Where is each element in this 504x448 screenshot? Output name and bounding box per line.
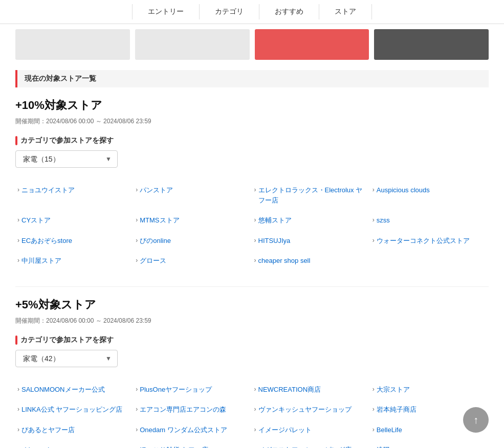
store-link[interactable]: ECあおぞらstore (21, 236, 72, 246)
store-link[interactable]: エレクトロラックス・Electrolux ヤフー店 (258, 185, 368, 205)
store-link[interactable]: イメージパレット (258, 425, 312, 435)
chevron-right-icon: › (136, 406, 138, 413)
list-item: › ほっこり雑貨 ヤフー店 (134, 440, 252, 448)
store-link[interactable]: 大宗ストア (377, 385, 410, 395)
nav-entry[interactable]: エントリー (132, 4, 200, 19)
ten-percent-title: +10%対象ストア (15, 98, 489, 113)
store-link[interactable]: エアコン専門店エアコンの森 (140, 405, 226, 415)
section-divider (15, 286, 489, 287)
five-percent-store-grid: › SALONMOONメーカー公式 › PlusOneヤフーショップ › NEW… (15, 379, 489, 449)
store-link[interactable]: グロース (140, 256, 166, 266)
chevron-right-icon: › (17, 426, 19, 433)
list-item: › ウォーターコネクト公式ストア (370, 231, 489, 251)
scroll-top-icon: ↑ (473, 414, 478, 426)
list-item: › PlusOneヤフーショップ (134, 379, 252, 400)
store-link[interactable]: 中川屋ストア (21, 256, 61, 266)
chevron-right-icon: › (254, 216, 256, 223)
store-link[interactable]: BelleLife (377, 425, 402, 435)
chevron-right-icon: › (372, 386, 375, 393)
chevron-right-icon: › (136, 446, 138, 448)
store-link[interactable]: PlusOneヤフーショップ (140, 385, 212, 395)
banner-4 (374, 29, 489, 60)
store-link[interactable]: 岩本純子商店 (377, 405, 417, 415)
chevron-right-icon: › (254, 386, 256, 393)
section-heading: 現在の対象ストア一覧 (15, 70, 489, 87)
chevron-right-icon: › (254, 446, 256, 448)
list-item-empty (370, 251, 489, 271)
ten-percent-store-grid: › ニョユウイストア › パンストア › エレクトロラックス・Electrolu… (15, 180, 489, 271)
store-link[interactable]: szss (377, 215, 390, 226)
chevron-right-icon: › (17, 406, 19, 413)
list-item: › 遠陽 (370, 440, 489, 448)
store-link[interactable]: Onedam ワンダム公式ストア (140, 425, 227, 435)
five-percent-category-label: カテゴリで参加ストアを探す (15, 335, 489, 345)
five-percent-dropdown[interactable]: 家電（42） (15, 350, 118, 367)
list-item: › HITSUJIya (252, 231, 370, 251)
chevron-right-icon: › (17, 186, 19, 193)
chevron-right-icon: › (17, 237, 19, 244)
store-link[interactable]: ぴあるとヤフー店 (21, 425, 75, 435)
list-item: › Auspicious clouds (370, 180, 489, 210)
chevron-right-icon: › (17, 216, 19, 223)
chevron-right-icon: › (17, 446, 19, 448)
chevron-right-icon: › (372, 406, 375, 413)
chevron-right-icon: › (254, 257, 256, 264)
list-item: › CYストア (15, 210, 134, 231)
chevron-right-icon: › (136, 426, 138, 433)
list-item: › Onedam ワンダム公式ストア (134, 420, 252, 440)
store-link[interactable]: SALONMOONメーカー公式 (21, 385, 105, 395)
chevron-right-icon: › (372, 237, 375, 244)
store-link[interactable]: MTMSストア (140, 215, 179, 226)
five-percent-dropdown-wrapper: 家電（42） ▼ (15, 350, 118, 367)
store-link[interactable]: NEWCREATION商店 (258, 385, 321, 395)
banner-1 (15, 29, 130, 60)
store-link[interactable]: びのonline (140, 236, 171, 246)
ten-percent-category-label: カテゴリで参加ストアを探す (15, 136, 489, 145)
chevron-right-icon: › (372, 446, 375, 448)
chevron-right-icon: › (136, 237, 138, 244)
list-item: › びのonline (134, 231, 252, 251)
store-link[interactable]: HITSUJIya (258, 236, 291, 246)
list-item: › エレクトロラックス・Electrolux ヤフー店 (252, 180, 370, 210)
store-link[interactable]: ウォーターコネクト公式ストア (377, 236, 470, 246)
store-link[interactable]: cheaper shop sell (258, 256, 311, 266)
chevron-right-icon: › (254, 237, 256, 244)
store-link[interactable]: ヴァンキッシュヤフーショップ (258, 405, 352, 415)
store-link[interactable]: パンストア (140, 185, 173, 195)
store-link[interactable]: 遠陽 (377, 445, 390, 448)
chevron-right-icon: › (254, 406, 256, 413)
store-link[interactable]: shinsoushop (21, 445, 59, 448)
ten-percent-dropdown[interactable]: 家電（15） (15, 150, 118, 168)
store-link[interactable]: ニョユウイストア (21, 185, 75, 195)
store-link[interactable]: 悠輔ストア (258, 215, 292, 226)
chevron-right-icon: › (136, 386, 138, 393)
chevron-right-icon: › (254, 426, 256, 433)
banner-row (0, 24, 504, 65)
list-item: › ヴァンキッシュヤフーショップ (252, 399, 370, 420)
ten-percent-section: +10%対象ストア 開催期間：2024/08/06 00:00 ～ 2024/0… (15, 98, 489, 271)
store-link[interactable]: CYストア (21, 215, 51, 226)
nav-store[interactable]: ストア (319, 4, 372, 19)
ten-percent-period: 開催期間：2024/08/06 00:00 ～ 2024/08/06 23:59 (15, 117, 489, 126)
chevron-right-icon: › (372, 186, 375, 193)
list-item: › メガロスヤフーショッピング店 (252, 440, 370, 448)
list-item: › ぴあるとヤフー店 (15, 420, 134, 440)
store-link[interactable]: LINKA公式 ヤフーショッピング店 (21, 405, 122, 415)
list-item: › cheaper shop sell (252, 251, 370, 271)
list-item: › SALONMOONメーカー公式 (15, 379, 134, 400)
nav-category[interactable]: カテゴリ (200, 4, 259, 19)
nav-recommended[interactable]: おすすめ (259, 4, 319, 19)
list-item: › MTMSストア (134, 210, 252, 231)
list-item: › LINKA公式 ヤフーショッピング店 (15, 399, 134, 420)
chevron-right-icon: › (136, 186, 138, 193)
store-link[interactable]: メガロスヤフーショッピング店 (258, 445, 352, 448)
five-percent-title: +5%対象ストア (15, 297, 489, 312)
banner-3 (255, 29, 369, 60)
scroll-top-button[interactable]: ↑ (463, 407, 489, 433)
chevron-right-icon: › (372, 426, 375, 433)
store-link[interactable]: Auspicious clouds (377, 185, 430, 195)
list-item: › グロース (134, 251, 252, 271)
five-percent-period: 開催期間：2024/08/06 00:00 ～ 2024/08/06 23:59 (15, 317, 489, 325)
store-link[interactable]: ほっこり雑貨 ヤフー店 (140, 445, 208, 448)
nav-bar: エントリー カテゴリ おすすめ ストア (0, 0, 504, 24)
